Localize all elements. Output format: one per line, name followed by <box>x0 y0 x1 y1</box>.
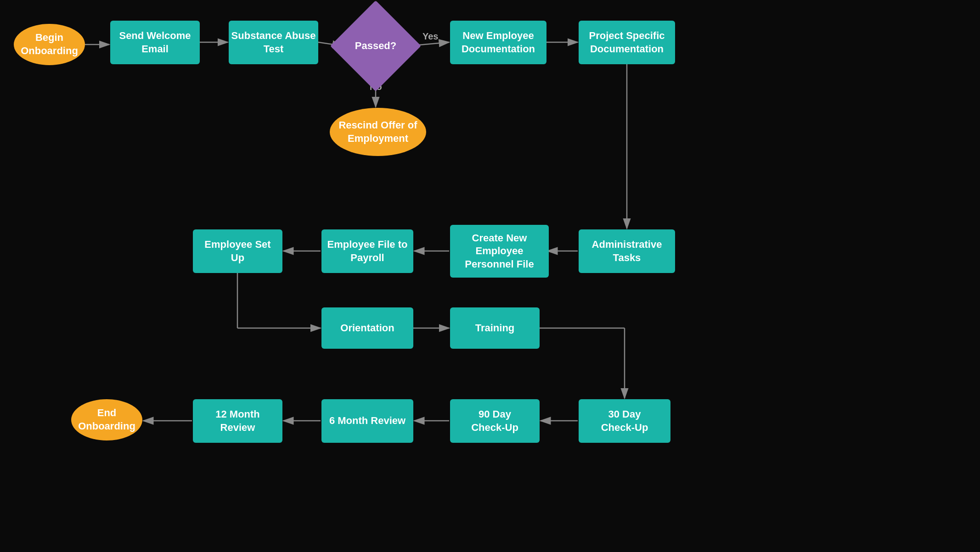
administrative-tasks[interactable]: AdministrativeTasks <box>579 229 675 273</box>
rescind-offer[interactable]: Rescind Offer ofEmployment <box>330 108 426 156</box>
6-month-review[interactable]: 6 Month Review <box>321 399 413 443</box>
90-day-checkup[interactable]: 90 DayCheck-Up <box>450 399 540 443</box>
project-specific-documentation[interactable]: Project SpecificDocumentation <box>579 21 675 64</box>
orientation[interactable]: Orientation <box>321 307 413 349</box>
12-month-review[interactable]: 12 MonthReview <box>193 399 282 443</box>
passed-diamond[interactable]: Passed? <box>344 14 408 78</box>
end-onboarding[interactable]: EndOnboarding <box>71 399 142 440</box>
new-employee-documentation[interactable]: New EmployeeDocumentation <box>450 21 546 64</box>
send-welcome-email[interactable]: Send WelcomeEmail <box>110 21 200 64</box>
create-new-employee-personnel-file[interactable]: Create NewEmployeePersonnel File <box>450 225 549 278</box>
yes-label: Yes <box>422 31 438 42</box>
begin-onboarding[interactable]: Begin Onboarding <box>14 24 85 65</box>
substance-abuse-test[interactable]: Substance AbuseTest <box>229 21 318 64</box>
employee-set-up[interactable]: Employee SetUp <box>193 229 282 273</box>
30-day-checkup[interactable]: 30 DayCheck-Up <box>579 399 670 443</box>
flowchart: Yes No Begin Onboarding Send WelcomeEmai… <box>0 0 980 552</box>
employee-file-to-payroll[interactable]: Employee File toPayroll <box>321 229 413 273</box>
training[interactable]: Training <box>450 307 540 349</box>
